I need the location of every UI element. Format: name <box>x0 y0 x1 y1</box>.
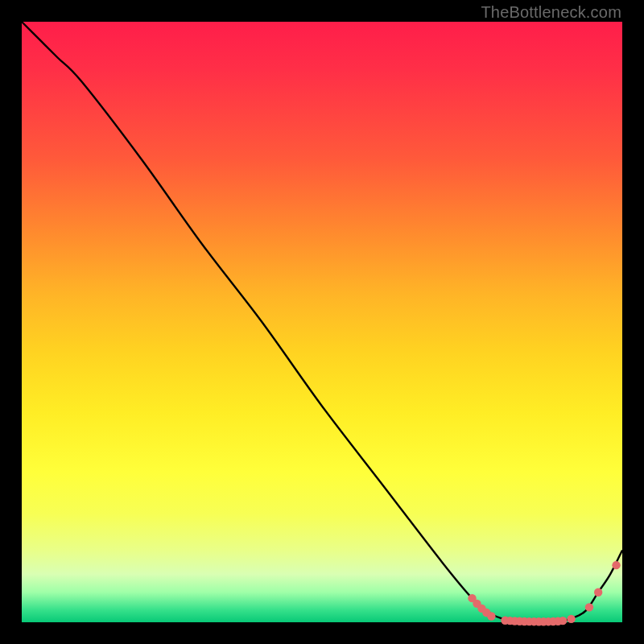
curve-svg <box>22 22 622 622</box>
plot-area <box>22 22 622 622</box>
curve-markers <box>468 561 620 626</box>
watermark-text: TheBottleneck.com <box>481 3 621 22</box>
curve-marker <box>585 603 593 611</box>
curve-marker <box>567 615 575 623</box>
curve-marker <box>612 561 620 569</box>
curve-marker <box>559 617 567 625</box>
bottleneck-curve <box>22 22 622 622</box>
curve-marker <box>487 612 495 620</box>
curve-marker <box>594 588 602 597</box>
chart-frame: TheBottleneck.com <box>0 0 644 644</box>
